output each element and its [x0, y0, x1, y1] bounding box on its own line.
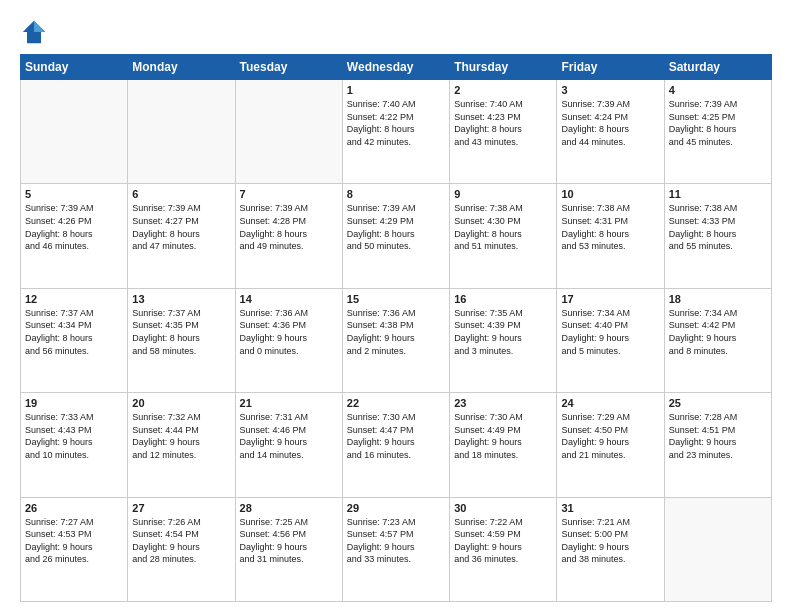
day-content: Sunrise: 7:29 AM Sunset: 4:50 PM Dayligh…: [561, 411, 659, 461]
day-number: 25: [669, 397, 767, 409]
day-content: Sunrise: 7:22 AM Sunset: 4:59 PM Dayligh…: [454, 516, 552, 566]
calendar-cell: 26Sunrise: 7:27 AM Sunset: 4:53 PM Dayli…: [21, 497, 128, 601]
calendar-table: SundayMondayTuesdayWednesdayThursdayFrid…: [20, 54, 772, 602]
weekday-header-saturday: Saturday: [664, 55, 771, 80]
day-number: 29: [347, 502, 445, 514]
weekday-header-friday: Friday: [557, 55, 664, 80]
calendar-cell: 31Sunrise: 7:21 AM Sunset: 5:00 PM Dayli…: [557, 497, 664, 601]
calendar-cell: 15Sunrise: 7:36 AM Sunset: 4:38 PM Dayli…: [342, 288, 449, 392]
day-content: Sunrise: 7:38 AM Sunset: 4:30 PM Dayligh…: [454, 202, 552, 252]
day-content: Sunrise: 7:40 AM Sunset: 4:22 PM Dayligh…: [347, 98, 445, 148]
day-number: 21: [240, 397, 338, 409]
day-number: 23: [454, 397, 552, 409]
calendar-cell: [664, 497, 771, 601]
calendar-cell: 30Sunrise: 7:22 AM Sunset: 4:59 PM Dayli…: [450, 497, 557, 601]
day-content: Sunrise: 7:39 AM Sunset: 4:27 PM Dayligh…: [132, 202, 230, 252]
calendar-cell: 27Sunrise: 7:26 AM Sunset: 4:54 PM Dayli…: [128, 497, 235, 601]
day-content: Sunrise: 7:26 AM Sunset: 4:54 PM Dayligh…: [132, 516, 230, 566]
week-row-1: 1Sunrise: 7:40 AM Sunset: 4:22 PM Daylig…: [21, 80, 772, 184]
calendar-cell: 5Sunrise: 7:39 AM Sunset: 4:26 PM Daylig…: [21, 184, 128, 288]
day-number: 5: [25, 188, 123, 200]
day-content: Sunrise: 7:40 AM Sunset: 4:23 PM Dayligh…: [454, 98, 552, 148]
weekday-header-wednesday: Wednesday: [342, 55, 449, 80]
header: [20, 18, 772, 46]
weekday-header-row: SundayMondayTuesdayWednesdayThursdayFrid…: [21, 55, 772, 80]
day-number: 18: [669, 293, 767, 305]
logo-icon: [20, 18, 48, 46]
day-number: 13: [132, 293, 230, 305]
page: SundayMondayTuesdayWednesdayThursdayFrid…: [0, 0, 792, 612]
day-number: 2: [454, 84, 552, 96]
calendar-cell: 19Sunrise: 7:33 AM Sunset: 4:43 PM Dayli…: [21, 393, 128, 497]
day-number: 1: [347, 84, 445, 96]
week-row-3: 12Sunrise: 7:37 AM Sunset: 4:34 PM Dayli…: [21, 288, 772, 392]
day-content: Sunrise: 7:33 AM Sunset: 4:43 PM Dayligh…: [25, 411, 123, 461]
calendar-cell: 7Sunrise: 7:39 AM Sunset: 4:28 PM Daylig…: [235, 184, 342, 288]
day-content: Sunrise: 7:30 AM Sunset: 4:47 PM Dayligh…: [347, 411, 445, 461]
day-number: 10: [561, 188, 659, 200]
calendar-cell: [128, 80, 235, 184]
calendar-cell: [21, 80, 128, 184]
calendar-cell: 8Sunrise: 7:39 AM Sunset: 4:29 PM Daylig…: [342, 184, 449, 288]
day-content: Sunrise: 7:37 AM Sunset: 4:35 PM Dayligh…: [132, 307, 230, 357]
calendar-cell: 13Sunrise: 7:37 AM Sunset: 4:35 PM Dayli…: [128, 288, 235, 392]
calendar-cell: 16Sunrise: 7:35 AM Sunset: 4:39 PM Dayli…: [450, 288, 557, 392]
day-content: Sunrise: 7:34 AM Sunset: 4:42 PM Dayligh…: [669, 307, 767, 357]
day-number: 6: [132, 188, 230, 200]
day-number: 16: [454, 293, 552, 305]
day-content: Sunrise: 7:32 AM Sunset: 4:44 PM Dayligh…: [132, 411, 230, 461]
calendar-cell: 6Sunrise: 7:39 AM Sunset: 4:27 PM Daylig…: [128, 184, 235, 288]
day-content: Sunrise: 7:39 AM Sunset: 4:24 PM Dayligh…: [561, 98, 659, 148]
day-content: Sunrise: 7:34 AM Sunset: 4:40 PM Dayligh…: [561, 307, 659, 357]
day-number: 7: [240, 188, 338, 200]
calendar-cell: 21Sunrise: 7:31 AM Sunset: 4:46 PM Dayli…: [235, 393, 342, 497]
day-number: 19: [25, 397, 123, 409]
day-content: Sunrise: 7:21 AM Sunset: 5:00 PM Dayligh…: [561, 516, 659, 566]
day-number: 3: [561, 84, 659, 96]
day-number: 20: [132, 397, 230, 409]
day-content: Sunrise: 7:39 AM Sunset: 4:26 PM Dayligh…: [25, 202, 123, 252]
day-content: Sunrise: 7:35 AM Sunset: 4:39 PM Dayligh…: [454, 307, 552, 357]
day-content: Sunrise: 7:23 AM Sunset: 4:57 PM Dayligh…: [347, 516, 445, 566]
week-row-4: 19Sunrise: 7:33 AM Sunset: 4:43 PM Dayli…: [21, 393, 772, 497]
week-row-5: 26Sunrise: 7:27 AM Sunset: 4:53 PM Dayli…: [21, 497, 772, 601]
day-content: Sunrise: 7:30 AM Sunset: 4:49 PM Dayligh…: [454, 411, 552, 461]
calendar-cell: 20Sunrise: 7:32 AM Sunset: 4:44 PM Dayli…: [128, 393, 235, 497]
calendar-cell: 24Sunrise: 7:29 AM Sunset: 4:50 PM Dayli…: [557, 393, 664, 497]
day-number: 14: [240, 293, 338, 305]
day-content: Sunrise: 7:36 AM Sunset: 4:36 PM Dayligh…: [240, 307, 338, 357]
day-content: Sunrise: 7:38 AM Sunset: 4:31 PM Dayligh…: [561, 202, 659, 252]
calendar-cell: 18Sunrise: 7:34 AM Sunset: 4:42 PM Dayli…: [664, 288, 771, 392]
weekday-header-sunday: Sunday: [21, 55, 128, 80]
calendar-cell: 29Sunrise: 7:23 AM Sunset: 4:57 PM Dayli…: [342, 497, 449, 601]
week-row-2: 5Sunrise: 7:39 AM Sunset: 4:26 PM Daylig…: [21, 184, 772, 288]
day-number: 22: [347, 397, 445, 409]
calendar-cell: 25Sunrise: 7:28 AM Sunset: 4:51 PM Dayli…: [664, 393, 771, 497]
calendar-cell: 1Sunrise: 7:40 AM Sunset: 4:22 PM Daylig…: [342, 80, 449, 184]
day-number: 24: [561, 397, 659, 409]
day-content: Sunrise: 7:39 AM Sunset: 4:29 PM Dayligh…: [347, 202, 445, 252]
day-number: 27: [132, 502, 230, 514]
day-content: Sunrise: 7:31 AM Sunset: 4:46 PM Dayligh…: [240, 411, 338, 461]
calendar-cell: 23Sunrise: 7:30 AM Sunset: 4:49 PM Dayli…: [450, 393, 557, 497]
calendar-cell: [235, 80, 342, 184]
calendar-cell: 12Sunrise: 7:37 AM Sunset: 4:34 PM Dayli…: [21, 288, 128, 392]
calendar-cell: 9Sunrise: 7:38 AM Sunset: 4:30 PM Daylig…: [450, 184, 557, 288]
weekday-header-tuesday: Tuesday: [235, 55, 342, 80]
day-content: Sunrise: 7:38 AM Sunset: 4:33 PM Dayligh…: [669, 202, 767, 252]
logo: [20, 18, 52, 46]
day-content: Sunrise: 7:39 AM Sunset: 4:25 PM Dayligh…: [669, 98, 767, 148]
weekday-header-monday: Monday: [128, 55, 235, 80]
calendar-cell: 28Sunrise: 7:25 AM Sunset: 4:56 PM Dayli…: [235, 497, 342, 601]
calendar-cell: 22Sunrise: 7:30 AM Sunset: 4:47 PM Dayli…: [342, 393, 449, 497]
day-number: 12: [25, 293, 123, 305]
day-number: 15: [347, 293, 445, 305]
day-number: 28: [240, 502, 338, 514]
day-content: Sunrise: 7:28 AM Sunset: 4:51 PM Dayligh…: [669, 411, 767, 461]
day-number: 26: [25, 502, 123, 514]
calendar-cell: 17Sunrise: 7:34 AM Sunset: 4:40 PM Dayli…: [557, 288, 664, 392]
day-number: 11: [669, 188, 767, 200]
calendar-cell: 2Sunrise: 7:40 AM Sunset: 4:23 PM Daylig…: [450, 80, 557, 184]
calendar-cell: 3Sunrise: 7:39 AM Sunset: 4:24 PM Daylig…: [557, 80, 664, 184]
day-number: 4: [669, 84, 767, 96]
